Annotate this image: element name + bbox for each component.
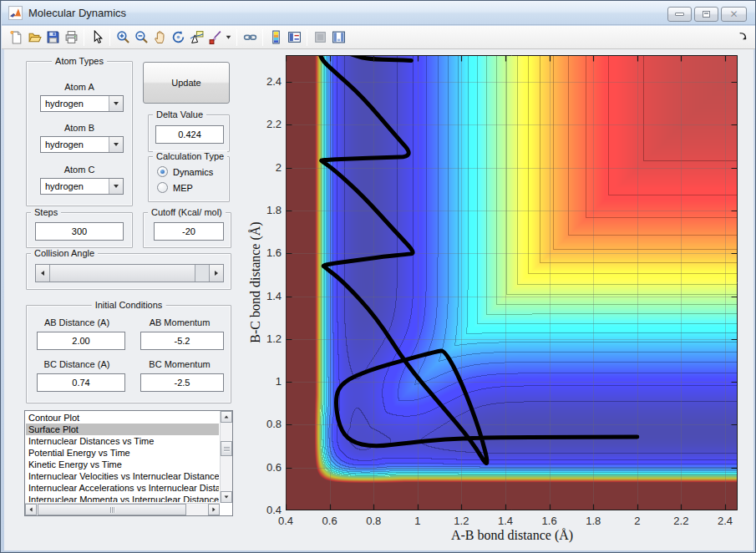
save-icon[interactable]	[43, 28, 62, 47]
scroll-up-icon[interactable]	[221, 411, 232, 423]
maximize-icon	[703, 11, 710, 18]
link-plots-icon[interactable]	[241, 28, 259, 47]
pan-hand-icon[interactable]	[150, 28, 169, 47]
y-tick-label: 2.2	[255, 118, 282, 130]
x-tick-label: 2.2	[673, 515, 688, 527]
vertical-scroll-thumb[interactable]	[221, 441, 232, 456]
zoom-in-icon[interactable]	[114, 28, 132, 47]
scroll-right-icon[interactable]	[208, 504, 220, 515]
y-tick-label: 1.8	[255, 204, 282, 216]
list-item[interactable]: Internuclear Distances vs Time	[26, 435, 219, 447]
atom-a-label: Atom A	[27, 82, 132, 92]
list-item[interactable]: Contour Plot	[26, 412, 219, 424]
scroll-left-icon[interactable]	[25, 504, 37, 515]
bc-distance-field[interactable]: 0.74	[37, 373, 125, 392]
collision-angle-group: Collision Angle	[26, 253, 231, 290]
y-axis-label: B-C bond distance (Å)	[248, 221, 263, 342]
y-tick-label: 0.6	[255, 461, 282, 474]
update-button[interactable]: Update	[143, 62, 230, 104]
hide-plot-tools-icon	[311, 28, 329, 47]
bc-distance-label: BC Distance (A)	[27, 359, 127, 369]
toolbar-separator	[236, 29, 237, 46]
y-tick-label: 1	[255, 375, 282, 388]
atom-b-select[interactable]: hydrogen	[40, 136, 124, 153]
delta-value-field[interactable]: 0.424	[155, 125, 224, 144]
figure-toolbar	[2, 26, 756, 49]
atom-types-group-label: Atom Types	[52, 56, 107, 66]
collision-angle-label: Collision Angle	[31, 248, 98, 258]
open-folder-icon[interactable]	[25, 28, 43, 47]
x-tick-label: 0.8	[366, 515, 381, 527]
ab-distance-field[interactable]: 2.00	[37, 332, 125, 350]
atom-b-dropdown-icon[interactable]	[109, 137, 123, 152]
atom-b-value: hydrogen	[45, 137, 84, 152]
new-document-icon[interactable]	[7, 28, 25, 47]
list-item[interactable]: Potential Energy vs Time	[26, 447, 219, 459]
scroll-down-icon[interactable]	[221, 491, 232, 503]
matlab-logo-icon	[8, 6, 23, 20]
slider-right-arrow-icon[interactable]	[209, 265, 223, 282]
plot-type-listbox[interactable]: Contour PlotSurface PlotInternuclear Dis…	[24, 410, 233, 516]
bc-momentum-field[interactable]: -2.5	[140, 373, 224, 392]
x-tick-label: 1.6	[542, 515, 557, 527]
print-icon[interactable]	[62, 28, 80, 47]
insert-colorbar-icon[interactable]	[266, 28, 285, 47]
x-tick-label: 2	[634, 515, 640, 527]
slider-left-arrow-icon[interactable]	[36, 265, 50, 282]
list-item[interactable]: Kinetic Energy vs Time	[26, 459, 219, 470]
list-item[interactable]: Internuclear Momenta vs Internuclear Dis…	[26, 494, 219, 502]
close-icon: ✕	[729, 9, 738, 19]
toolbar-separator	[307, 29, 307, 46]
cutoff-field[interactable]: -20	[154, 222, 224, 241]
list-item[interactable]: Surface Plot	[26, 424, 219, 435]
rotate-3d-icon[interactable]	[169, 28, 187, 47]
bc-momentum-label: BC Momentum	[132, 359, 227, 369]
close-button[interactable]: ✕	[721, 7, 747, 22]
x-tick-label: 1.2	[454, 515, 469, 527]
radio-option-label: Dynamics	[173, 167, 213, 177]
brush-icon[interactable]	[205, 28, 224, 47]
atom-b-label: Atom B	[27, 123, 132, 133]
collision-angle-slider[interactable]	[35, 264, 224, 282]
x-tick-label: 2.4	[718, 515, 733, 527]
insert-legend-icon[interactable]	[285, 28, 303, 47]
dock-figure-icon[interactable]	[738, 31, 749, 43]
list-item[interactable]: Internuclear Accelerations vs Internucle…	[26, 482, 219, 494]
radio-selected-icon[interactable]	[157, 166, 168, 177]
listbox-vertical-scrollbar[interactable]	[220, 411, 232, 503]
atom-a-dropdown-icon[interactable]	[109, 96, 123, 111]
radio-option-mep[interactable]: MEP	[149, 180, 229, 195]
ab-momentum-field[interactable]: -5.2	[140, 332, 224, 350]
initial-conditions-label: Initial Conditions	[92, 300, 166, 310]
radio-option-label: MEP	[173, 183, 193, 193]
horizontal-scroll-thumb[interactable]	[38, 504, 186, 515]
zoom-out-icon[interactable]	[132, 28, 150, 47]
toolbar-separator	[262, 29, 263, 46]
x-tick-label: 1.8	[586, 515, 601, 527]
maximize-button[interactable]	[694, 7, 718, 22]
data-cursor-icon[interactable]	[187, 28, 205, 47]
atom-c-dropdown-icon[interactable]	[109, 179, 123, 194]
dropdown-caret-icon[interactable]	[224, 28, 233, 47]
contour-plot-canvas[interactable]	[286, 55, 738, 510]
slider-thumb[interactable]	[50, 265, 195, 282]
y-tick-label: 2	[255, 161, 282, 174]
minimize-button[interactable]	[667, 7, 692, 22]
ab-distance-label: AB Distance (A)	[27, 317, 127, 327]
steps-field[interactable]: 300	[35, 222, 124, 241]
ab-momentum-label: AB Momentum	[132, 317, 227, 327]
radio-option-dynamics[interactable]: Dynamics	[149, 164, 229, 180]
listbox-horizontal-scrollbar[interactable]	[25, 503, 220, 515]
title-bar[interactable]: Molecular Dynamics ✕	[2, 1, 756, 25]
atom-c-select[interactable]: hydrogen	[40, 178, 124, 195]
list-item[interactable]: Internuclear Velocities vs Internuclear …	[26, 470, 219, 482]
x-tick-label: 0.4	[278, 515, 293, 527]
cursor-arrow-icon[interactable]	[88, 28, 106, 47]
x-axis-label: A-B bond distance (Å)	[451, 528, 573, 543]
atom-a-select[interactable]: hydrogen	[40, 95, 124, 112]
radio-unselected-icon[interactable]	[157, 182, 168, 193]
show-plot-tools-icon[interactable]	[329, 28, 348, 47]
steps-group: Steps 300	[26, 212, 133, 248]
toolbar-separator	[109, 29, 110, 46]
cutoff-group: Cutoff (Kcal/ mol) -20	[143, 212, 231, 248]
